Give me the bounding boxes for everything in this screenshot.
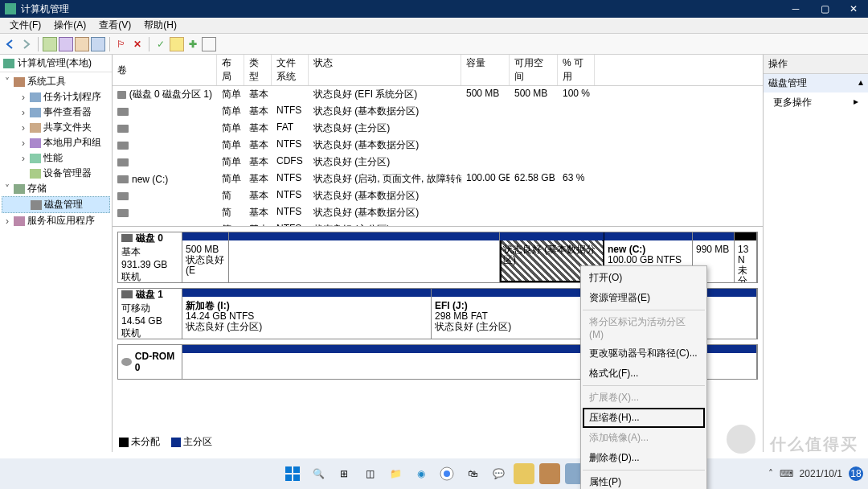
disk0-info[interactable]: 磁盘 0 基本 931.39 GB 联机 xyxy=(118,232,182,282)
list-row[interactable]: 简单基本NTFS 状态良好 (基本数据分区) xyxy=(113,103,763,120)
widgets-icon[interactable]: ◫ xyxy=(359,463,380,484)
ctx-delete[interactable]: 删除卷(D)... xyxy=(583,448,705,468)
ctx-properties[interactable]: 属性(P) xyxy=(583,472,705,489)
clock[interactable]: 2021/10/1 xyxy=(800,468,842,479)
col-volume[interactable]: 卷 xyxy=(113,55,217,85)
ctx-open[interactable]: 打开(O) xyxy=(583,268,705,288)
context-menu: 打开(O) 资源管理器(E) 将分区标记为活动分区(M) 更改驱动器号和路径(C… xyxy=(580,265,707,489)
tree-disk-management[interactable]: 磁盘管理 xyxy=(2,196,110,213)
store-icon[interactable]: 🛍 xyxy=(462,463,483,484)
ctx-add-mirror: 添加镜像(A)... xyxy=(583,428,705,448)
ctx-explorer[interactable]: 资源管理器(E) xyxy=(583,288,705,308)
svg-rect-3 xyxy=(293,475,300,481)
tree-system-tools[interactable]: ˅系统工具 xyxy=(2,74,110,89)
disk1-part-i[interactable]: 新加卷 (I:)14.24 GB NTFS状态良好 (主分区) xyxy=(182,289,432,339)
search-icon[interactable]: 🔍 xyxy=(308,463,329,484)
tree-root[interactable]: 计算机管理(本地) xyxy=(0,55,112,72)
system-tray[interactable]: ˄ ⌨ 2021/10/1 18 xyxy=(768,466,863,481)
minimize-button[interactable]: ─ xyxy=(781,0,810,18)
svg-rect-2 xyxy=(285,475,292,481)
tree-performance[interactable]: ›性能 xyxy=(2,150,110,166)
tree-event-viewer[interactable]: ›事件查看器 xyxy=(2,105,110,120)
ctx-change-letter[interactable]: 更改驱动器号和路径(C)... xyxy=(583,343,705,364)
svg-point-5 xyxy=(444,471,450,477)
notification-icon[interactable]: 18 xyxy=(849,466,863,481)
input-icon[interactable]: ⌨ xyxy=(780,468,793,479)
tree-task-scheduler[interactable]: ›任务计划程序 xyxy=(2,89,110,105)
disk0-part-blank[interactable] xyxy=(229,232,500,282)
disk1-info[interactable]: 磁盘 1 可移动 14.54 GB 联机 xyxy=(118,289,182,339)
chevron-right-icon: ▸ xyxy=(854,96,858,109)
refresh-icon[interactable] xyxy=(75,37,89,51)
volume-icon xyxy=(117,125,129,133)
check-icon[interactable]: ✓ xyxy=(154,37,168,51)
properties-icon[interactable] xyxy=(59,37,73,51)
app-icon-2[interactable] xyxy=(539,463,560,484)
legend-primary-swatch xyxy=(171,438,181,447)
tree-device-manager[interactable]: 设备管理器 xyxy=(2,166,110,181)
view-icon[interactable] xyxy=(43,37,57,51)
menu-action[interactable]: 操作(A) xyxy=(47,17,92,34)
forward-button[interactable] xyxy=(19,37,34,51)
actions-pane: 操作 磁盘管理▴ 更多操作▸ xyxy=(764,55,868,452)
disk0-part-unalloc[interactable]: 13 N未分 xyxy=(735,232,757,282)
tree-local-users[interactable]: ›本地用户和组 xyxy=(2,135,110,150)
toolbar: 🏳 ✕ ✓ ✚ xyxy=(0,34,868,55)
list-row[interactable]: 简基本NTFS 状态良好 (基本数据分区) xyxy=(113,187,763,204)
tree-shared-folders[interactable]: ›共享文件夹 xyxy=(2,120,110,135)
delete-icon[interactable]: ✕ xyxy=(130,37,145,51)
col-percent[interactable]: % 可用 xyxy=(558,55,595,85)
list-row[interactable]: 简基本NTFS 状态良好 (基本数据分区) xyxy=(113,204,763,221)
disk0-part-efi[interactable]: 500 MB状态良好 (E xyxy=(182,232,229,282)
disk-icon xyxy=(121,290,133,298)
note-icon[interactable] xyxy=(170,37,184,51)
volume-icon xyxy=(117,142,129,150)
menu-file[interactable]: 文件(F) xyxy=(3,17,47,34)
app-icon-1[interactable] xyxy=(514,463,534,484)
watermark-logo xyxy=(727,425,755,454)
col-capacity[interactable]: 容量 xyxy=(461,55,510,85)
actions-section[interactable]: 磁盘管理▴ xyxy=(764,74,868,92)
list-row[interactable]: 简单基本NTFS 状态良好 (基本数据分区) xyxy=(113,137,763,154)
actions-header: 操作 xyxy=(764,55,868,74)
window-icon[interactable] xyxy=(202,37,216,51)
cdrom-info[interactable]: CD-ROM 0 xyxy=(118,345,182,379)
col-status[interactable]: 状态 xyxy=(309,55,461,85)
window-titlebar: 计算机管理 ─ ▢ ✕ xyxy=(0,0,868,18)
maximize-button[interactable]: ▢ xyxy=(810,0,839,18)
svg-rect-1 xyxy=(293,466,300,473)
edge-icon[interactable]: ◉ xyxy=(411,463,432,484)
col-type[interactable]: 类型 xyxy=(244,55,272,85)
add-icon[interactable]: ✚ xyxy=(186,37,200,51)
start-button[interactable] xyxy=(282,463,303,484)
tree-storage[interactable]: ˅存储 xyxy=(2,181,110,196)
app-icon xyxy=(5,3,16,14)
menu-bar: 文件(F) 操作(A) 查看(V) 帮助(H) xyxy=(0,18,868,34)
menu-view[interactable]: 查看(V) xyxy=(92,17,137,34)
taskview-icon[interactable]: ⊞ xyxy=(334,463,354,484)
volume-icon xyxy=(117,209,129,217)
list-row[interactable]: new (C:) 简单基本NTFS 状态良好 (启动, 页面文件, 故障转储, … xyxy=(113,171,763,187)
col-fs[interactable]: 文件系统 xyxy=(272,55,309,85)
list-row[interactable]: 简单基本CDFS 状态良好 (主分区) xyxy=(113,154,763,171)
list-row[interactable]: (磁盘 0 磁盘分区 1) 简单基本 状态良好 (EFI 系统分区)500 MB… xyxy=(113,86,763,103)
list-row[interactable]: 简基本NTFS 状态良好 (主分区) xyxy=(113,221,763,227)
ctx-format[interactable]: 格式化(F)... xyxy=(583,364,705,384)
legend: 未分配 主分区 xyxy=(119,435,212,449)
col-free[interactable]: 可用空间 xyxy=(510,55,558,85)
chrome-icon[interactable] xyxy=(436,463,457,484)
explorer-icon[interactable]: 📁 xyxy=(385,463,406,484)
ctx-shrink[interactable]: 压缩卷(H)... xyxy=(583,408,705,428)
actions-more[interactable]: 更多操作▸ xyxy=(764,92,868,113)
flag-icon[interactable]: 🏳 xyxy=(114,37,129,51)
wechat-icon[interactable]: 💬 xyxy=(488,463,509,484)
close-button[interactable]: ✕ xyxy=(839,0,868,18)
list-row[interactable]: 简单基本FAT 状态良好 (主分区) xyxy=(113,120,763,137)
tree-services[interactable]: ›服务和应用程序 xyxy=(2,213,110,228)
list-icon[interactable] xyxy=(91,37,105,51)
menu-help[interactable]: 帮助(H) xyxy=(137,17,183,34)
back-button[interactable] xyxy=(3,37,18,51)
volume-icon xyxy=(117,192,129,200)
col-layout[interactable]: 布局 xyxy=(217,55,244,85)
tray-chevron-icon[interactable]: ˄ xyxy=(768,468,773,479)
